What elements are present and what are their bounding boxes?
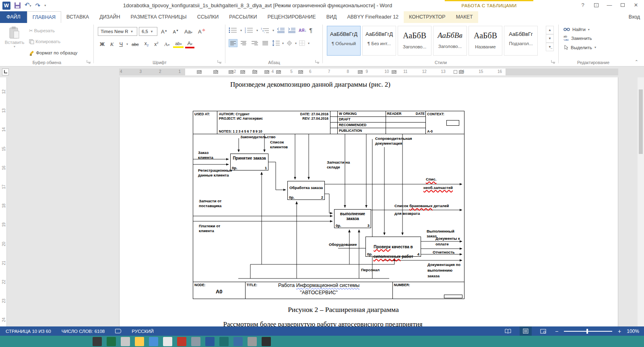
grow-font-button[interactable]: А▲ xyxy=(159,28,169,35)
taskbar-app-9-icon[interactable] xyxy=(205,337,215,346)
restore-button[interactable] xyxy=(618,1,627,10)
qat-customize-icon[interactable]: ▾ xyxy=(44,4,46,7)
strikethrough-button[interactable]: abc xyxy=(130,42,141,47)
tab-файл[interactable]: ФАЙЛ xyxy=(0,11,27,23)
zoom-in-button[interactable]: + xyxy=(618,328,621,335)
cut-button[interactable]: ✂ Вырезать xyxy=(29,28,55,33)
taskbar-app-1-icon[interactable] xyxy=(93,337,102,346)
language-indicator[interactable]: РУССКИЙ xyxy=(132,329,154,334)
clipboard-dialog-launcher[interactable] xyxy=(87,60,91,64)
proofing-icon[interactable] xyxy=(115,329,121,333)
vertical-scrollbar[interactable] xyxy=(638,77,644,326)
redo-icon[interactable]: ↷ xyxy=(35,2,41,9)
font-dialog-launcher[interactable] xyxy=(217,60,222,64)
tab-макет[interactable]: МАКЕТ xyxy=(451,11,478,23)
text-effects-button[interactable]: A▾ xyxy=(162,41,171,48)
tab-рецензирование[interactable]: РЕЦЕНЗИРОВАНИЕ xyxy=(262,11,321,23)
zoom-out-button[interactable]: − xyxy=(555,328,558,335)
underline-options-chevron[interactable]: ▾ xyxy=(126,42,128,46)
tab-дизайн[interactable]: ДИЗАЙН xyxy=(94,11,125,23)
style-chip-2[interactable]: АаБбВвГгД¶ Без инт... xyxy=(362,26,396,56)
gallery-more-icon[interactable]: ▼̲ xyxy=(546,43,554,51)
zoom-slider-thumb[interactable] xyxy=(586,329,588,334)
sign-in-link[interactable]: Вход xyxy=(629,14,640,20)
taskbar-app-11-icon[interactable] xyxy=(233,337,243,346)
numbered-list-icon[interactable]: 123 xyxy=(245,27,254,33)
font-size-select[interactable]: 6,5▼ xyxy=(139,27,157,36)
table-column-marker[interactable] xyxy=(240,70,245,74)
document-page[interactable]: Произведем декомпозицию данной диаграммы… xyxy=(119,77,618,326)
tab-разметка-страницы[interactable]: РАЗМЕТКА СТРАНИЦЫ xyxy=(126,11,192,23)
font-family-select[interactable]: Times New R▼ xyxy=(98,27,137,36)
paragraph-dialog-launcher[interactable] xyxy=(315,60,320,64)
help-button[interactable]: ? xyxy=(578,1,588,10)
highlight-button[interactable]: ab▾ xyxy=(173,41,184,48)
table-column-marker[interactable] xyxy=(229,70,233,74)
format-painter-button[interactable]: Формат по образцу xyxy=(29,50,77,56)
print-layout-button[interactable] xyxy=(520,326,532,336)
clear-formatting-button[interactable]: А xyxy=(196,27,208,35)
table-move-marker[interactable] xyxy=(454,70,457,74)
gallery-down-icon[interactable]: ▼ xyxy=(546,34,554,43)
decrease-indent-icon[interactable] xyxy=(277,27,285,33)
justify-button[interactable] xyxy=(261,39,270,47)
v-ruler[interactable]: 12131415161718192021222324 xyxy=(0,77,7,326)
tab-stop-selector[interactable] xyxy=(2,69,9,75)
read-mode-button[interactable] xyxy=(502,326,514,336)
align-right-button[interactable] xyxy=(250,39,259,47)
tab-вставка[interactable]: ВСТАВКА xyxy=(61,11,94,23)
table-column-marker[interactable] xyxy=(298,70,303,74)
tab-конструктор[interactable]: КОНСТРУКТОР xyxy=(404,11,451,23)
taskbar-app-6-icon[interactable] xyxy=(163,337,172,346)
bold-button[interactable]: Ж xyxy=(98,41,107,48)
zoom-level[interactable]: 100% xyxy=(627,328,639,334)
shrink-font-button[interactable]: А▼ xyxy=(171,29,181,35)
font-color-button[interactable]: А▾ xyxy=(185,40,194,48)
table-column-marker[interactable] xyxy=(197,70,202,74)
sort-icon[interactable]: АЯ↓ xyxy=(299,28,306,33)
taskbar-app-3-icon[interactable] xyxy=(121,337,130,346)
minimize-button[interactable]: — xyxy=(605,1,614,10)
style-chip-4[interactable]: АаБбВвЗаголово... xyxy=(433,26,467,56)
bullet-list-icon[interactable] xyxy=(229,27,237,33)
increase-indent-icon[interactable] xyxy=(288,27,296,33)
table-column-marker[interactable] xyxy=(213,70,218,74)
find-button[interactable]: Найти▾ xyxy=(564,27,596,32)
style-chip-6[interactable]: АаБбВвГгПодзагол... xyxy=(504,26,538,56)
zoom-slider[interactable] xyxy=(564,331,612,332)
tab-вид[interactable]: ВИД xyxy=(321,11,342,23)
taskbar-app-5-icon[interactable] xyxy=(149,337,158,346)
taskbar-app-4-icon[interactable] xyxy=(135,337,144,346)
scrollbar-thumb[interactable] xyxy=(639,89,643,154)
word-logo-icon[interactable]: W xyxy=(2,2,10,10)
underline-button[interactable]: Ч xyxy=(117,41,125,48)
taskbar-app-12-icon[interactable] xyxy=(248,337,257,346)
paste-button[interactable]: Вставить ▾ xyxy=(3,26,26,48)
borders-icon[interactable] xyxy=(299,40,306,46)
subscript-button[interactable]: x2 xyxy=(142,40,151,48)
multilevel-list-icon[interactable]: 1ai xyxy=(261,27,270,33)
h-ruler[interactable]: 432112345678910111213141516 xyxy=(119,69,618,75)
tab-abbyy-finereader-12[interactable]: ABBYY FineReader 12 xyxy=(342,11,404,23)
tab-главная[interactable]: ГЛАВНАЯ xyxy=(27,11,61,23)
taskbar-app-10-icon[interactable] xyxy=(219,337,229,346)
align-center-button[interactable] xyxy=(239,39,248,47)
replace-button[interactable]: ab⤷ac Заменить xyxy=(564,35,596,42)
save-icon[interactable] xyxy=(14,2,21,8)
taskbar-app-2-icon[interactable] xyxy=(107,337,116,346)
table-column-marker[interactable] xyxy=(358,70,363,74)
table-column-marker[interactable] xyxy=(459,70,464,74)
line-spacing-icon[interactable] xyxy=(272,40,280,46)
undo-icon[interactable]: ↶▾ xyxy=(25,1,31,10)
ribbon-display-options-button[interactable]: ↑ xyxy=(591,1,601,10)
change-case-button[interactable]: Аа▾ xyxy=(182,28,194,35)
pilcrow-icon[interactable]: ¶ xyxy=(309,27,312,33)
word-count[interactable]: ЧИСЛО СЛОВ: 6108 xyxy=(62,329,105,334)
taskbar-app-8-icon[interactable] xyxy=(191,337,200,346)
italic-button[interactable]: К xyxy=(108,41,116,48)
page-indicator[interactable]: СТРАНИЦА 10 ИЗ 60 xyxy=(6,329,51,334)
table-column-marker[interactable] xyxy=(276,70,281,74)
style-chip-1[interactable]: АаБбВвГгД¶ Обычный xyxy=(327,26,361,56)
taskbar-app-13-icon[interactable] xyxy=(262,337,271,346)
select-button[interactable]: Выделить▾ xyxy=(564,45,596,50)
